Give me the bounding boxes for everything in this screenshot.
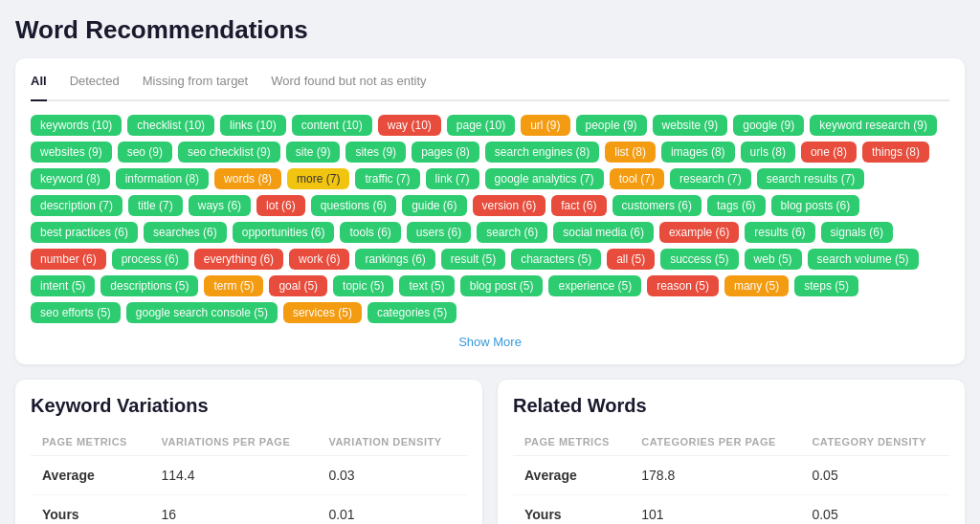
- tag-item[interactable]: description (7): [31, 195, 122, 216]
- tag-item[interactable]: intent (5): [31, 275, 95, 296]
- tag-item[interactable]: fact (6): [551, 195, 606, 216]
- tag-item[interactable]: example (6): [659, 222, 739, 243]
- tag-item[interactable]: descriptions (5): [100, 275, 198, 296]
- bottom-grid: Keyword Variations PAGE METRICS VARIATIO…: [15, 380, 965, 524]
- tag-item[interactable]: keyword (8): [31, 168, 110, 189]
- tag-item[interactable]: seo efforts (5): [31, 302, 121, 323]
- tag-item[interactable]: blog post (5): [460, 275, 544, 296]
- tab-all[interactable]: All: [31, 74, 47, 101]
- tag-item[interactable]: tags (6): [707, 195, 766, 216]
- rw-cell-col3: 0.05: [800, 495, 949, 525]
- tag-item[interactable]: steps (5): [794, 275, 858, 296]
- rw-cell-col2: 101: [630, 495, 800, 525]
- kv-col1-header: PAGE METRICS: [31, 428, 149, 456]
- tag-item[interactable]: results (6): [745, 222, 814, 243]
- tag-item[interactable]: opportunities (6): [233, 222, 335, 243]
- tag-item[interactable]: words (8): [214, 168, 281, 189]
- tag-item[interactable]: search volume (5): [808, 249, 919, 270]
- tag-item[interactable]: work (6): [289, 249, 349, 270]
- tag-item[interactable]: categories (5): [368, 302, 457, 323]
- kv-cell-col2: 114.4: [149, 456, 317, 495]
- tag-item[interactable]: urls (8): [741, 142, 795, 163]
- tag-item[interactable]: google analytics (7): [485, 168, 604, 189]
- tag-item[interactable]: number (6): [31, 249, 106, 270]
- tag-item[interactable]: title (7): [128, 195, 183, 216]
- rw-tbody: Average178.80.05Yours1010.05: [513, 456, 949, 525]
- tag-item[interactable]: version (6): [473, 195, 546, 216]
- tag-item[interactable]: rankings (6): [355, 249, 434, 270]
- tag-item[interactable]: signals (6): [821, 222, 893, 243]
- tag-item[interactable]: term (5): [204, 275, 263, 296]
- tag-item[interactable]: lot (6): [256, 195, 305, 216]
- tab-word-found[interactable]: Word found but not as entity: [271, 74, 426, 92]
- word-recommendations-card: AllDetectedMissing from targetWord found…: [15, 58, 965, 364]
- tag-item[interactable]: pages (8): [412, 142, 479, 163]
- tag-item[interactable]: research (7): [670, 168, 751, 189]
- tag-item[interactable]: one (8): [801, 142, 857, 163]
- kv-col3-header: VARIATION DENSITY: [317, 428, 467, 456]
- tag-item[interactable]: people (9): [576, 115, 647, 136]
- tag-item[interactable]: search results (7): [757, 168, 865, 189]
- tag-item[interactable]: everything (6): [194, 249, 283, 270]
- tag-item[interactable]: page (10): [447, 115, 515, 136]
- tag-item[interactable]: best practices (6): [31, 222, 138, 243]
- tag-item[interactable]: goal (5): [269, 275, 327, 296]
- tab-detected[interactable]: Detected: [70, 74, 120, 92]
- tag-item[interactable]: experience (5): [548, 275, 641, 296]
- rw-cell-metric: Yours: [513, 495, 630, 525]
- tag-item[interactable]: topic (5): [333, 275, 393, 296]
- tag-item[interactable]: website (9): [653, 115, 728, 136]
- kv-row: Average114.40.03: [31, 456, 467, 495]
- tag-item[interactable]: customers (6): [612, 195, 702, 216]
- tag-item[interactable]: success (5): [660, 249, 738, 270]
- tag-item[interactable]: keyword research (9): [810, 115, 937, 136]
- kv-col2-header: VARIATIONS PER PAGE: [149, 428, 317, 456]
- tag-item[interactable]: things (8): [862, 142, 929, 163]
- tag-item[interactable]: text (5): [399, 275, 454, 296]
- tag-item[interactable]: result (5): [441, 249, 505, 270]
- tag-item[interactable]: blog posts (6): [771, 195, 860, 216]
- tag-item[interactable]: searches (6): [144, 222, 227, 243]
- show-more-link[interactable]: Show More: [31, 335, 949, 349]
- tag-item[interactable]: characters (5): [511, 249, 601, 270]
- tag-item[interactable]: list (8): [605, 142, 656, 163]
- tag-item[interactable]: websites (9): [31, 142, 112, 163]
- tag-item[interactable]: tools (6): [340, 222, 400, 243]
- tag-item[interactable]: social media (6): [553, 222, 654, 243]
- kv-cell-col2: 16: [149, 495, 317, 525]
- tag-item[interactable]: questions (6): [311, 195, 396, 216]
- tag-item[interactable]: seo (9): [118, 142, 172, 163]
- tag-item[interactable]: users (6): [407, 222, 471, 243]
- related-words-title: Related Words: [513, 395, 949, 417]
- keyword-variations-card: Keyword Variations PAGE METRICS VARIATIO…: [15, 380, 482, 524]
- tag-item[interactable]: url (9): [521, 115, 569, 136]
- tag-item[interactable]: more (7): [287, 168, 349, 189]
- tag-item[interactable]: google search console (5): [126, 302, 278, 323]
- tag-item[interactable]: links (10): [220, 115, 286, 136]
- tag-item[interactable]: google (9): [733, 115, 804, 136]
- tag-item[interactable]: ways (6): [189, 195, 251, 216]
- tag-item[interactable]: guide (6): [402, 195, 466, 216]
- tab-missing[interactable]: Missing from target: [143, 74, 249, 92]
- tag-item[interactable]: content (10): [292, 115, 372, 136]
- tag-item[interactable]: services (5): [283, 302, 362, 323]
- tag-item[interactable]: information (8): [116, 168, 209, 189]
- tag-item[interactable]: link (7): [426, 168, 479, 189]
- tag-item[interactable]: way (10): [378, 115, 441, 136]
- tag-item[interactable]: seo checklist (9): [178, 142, 280, 163]
- tag-item[interactable]: site (9): [286, 142, 341, 163]
- rw-cell-col2: 178.8: [630, 456, 800, 495]
- tag-item[interactable]: images (8): [661, 142, 735, 163]
- tag-item[interactable]: web (5): [745, 249, 802, 270]
- tag-item[interactable]: many (5): [724, 275, 789, 296]
- tag-item[interactable]: keywords (10): [31, 115, 122, 136]
- tag-item[interactable]: search engines (8): [485, 142, 599, 163]
- tag-item[interactable]: traffic (7): [355, 168, 419, 189]
- tag-item[interactable]: all (5): [607, 249, 655, 270]
- tag-item[interactable]: tool (7): [610, 168, 664, 189]
- tag-item[interactable]: search (6): [477, 222, 547, 243]
- tag-item[interactable]: sites (9): [345, 142, 406, 163]
- tag-item[interactable]: process (6): [112, 249, 189, 270]
- tag-item[interactable]: checklist (10): [127, 115, 214, 136]
- tag-item[interactable]: reason (5): [647, 275, 719, 296]
